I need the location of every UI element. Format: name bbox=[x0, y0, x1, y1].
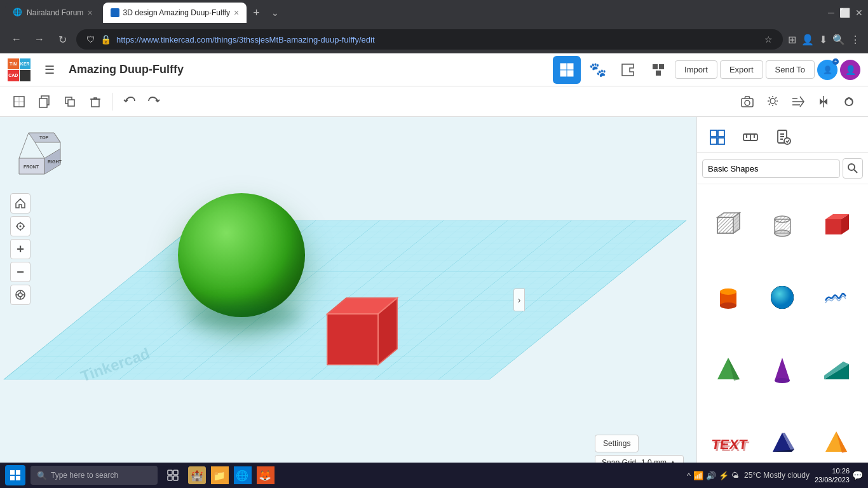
shape-text-3d[interactable] bbox=[810, 262, 863, 333]
taskbar-game-app[interactable]: 🏰 bbox=[188, 466, 206, 484]
browser-menu-icon[interactable]: ⋮ bbox=[850, 34, 860, 46]
green-sphere[interactable] bbox=[178, 193, 305, 317]
task-view-button[interactable] bbox=[163, 465, 183, 485]
svg-text:FRONT: FRONT bbox=[24, 165, 39, 169]
svg-text:🌐: 🌐 bbox=[236, 470, 248, 482]
url-text[interactable]: https://www.tinkercad.com/things/3thssje… bbox=[116, 35, 759, 44]
light-button[interactable] bbox=[761, 90, 784, 113]
tab-nairaland[interactable]: 🌐 Nairaland Forum × bbox=[5, 3, 100, 23]
svg-line-23 bbox=[19, 133, 29, 158]
send-to-button[interactable]: Send To bbox=[766, 60, 815, 79]
weather-icon: 🌤 bbox=[731, 471, 739, 480]
redo-button[interactable] bbox=[143, 90, 166, 113]
svg-rect-6 bbox=[656, 71, 661, 76]
battery-icon[interactable]: ⚡ bbox=[719, 471, 729, 480]
shield-icon: 🛡 bbox=[86, 34, 95, 44]
forward-button[interactable]: → bbox=[31, 30, 48, 48]
svg-rect-80 bbox=[10, 470, 15, 475]
svg-point-14 bbox=[745, 100, 750, 105]
shape-pyramid-green[interactable] bbox=[702, 334, 755, 405]
pattern-button[interactable] bbox=[614, 56, 642, 84]
shapes-search-button[interactable] bbox=[843, 158, 863, 179]
zoom-icon[interactable]: 🔍 bbox=[832, 34, 845, 46]
tray-arrow-icon[interactable]: ^ bbox=[687, 471, 691, 480]
svg-text:🏰: 🏰 bbox=[191, 470, 203, 482]
app-header: TIN KER CAD ☰ Amazing Duup-Fulffy 🐾 Impo… bbox=[0, 53, 868, 86]
collapse-panel-button[interactable]: › bbox=[513, 288, 525, 311]
svg-text:🦊: 🦊 bbox=[259, 470, 271, 482]
svg-marker-51 bbox=[717, 217, 733, 233]
url-box[interactable]: 🛡 🔒 https://www.tinkercad.com/things/3th… bbox=[76, 29, 783, 50]
toolbar-right bbox=[736, 90, 860, 113]
viewport[interactable]: TOP FRONT RIGHT + − bbox=[0, 117, 696, 483]
svg-point-66 bbox=[771, 286, 794, 309]
grid-view-button[interactable] bbox=[553, 56, 581, 84]
tab-close-tinkercad[interactable]: × bbox=[234, 8, 239, 18]
tab-title-nairaland: Nairaland Forum bbox=[27, 8, 83, 17]
delete-button[interactable] bbox=[84, 90, 107, 113]
blocks-button[interactable] bbox=[644, 56, 672, 84]
mirror-button[interactable] bbox=[812, 90, 835, 113]
community-button[interactable]: 🐾 bbox=[583, 56, 611, 84]
maximize-button[interactable]: ⬜ bbox=[839, 8, 850, 18]
svg-rect-4 bbox=[653, 64, 658, 69]
red-cube[interactable] bbox=[324, 288, 407, 380]
taskbar-search-input[interactable] bbox=[51, 471, 146, 480]
tab-notes[interactable] bbox=[768, 122, 799, 152]
svg-rect-3 bbox=[567, 71, 573, 76]
shape-cylinder-hole[interactable] bbox=[756, 189, 809, 261]
app-menu-button[interactable]: ☰ bbox=[38, 58, 61, 81]
tab-grid-view[interactable] bbox=[702, 122, 733, 152]
tab-title-tinkercad: 3D design Amazing Duup-Fulffy bbox=[123, 8, 231, 17]
notification-icon[interactable]: 💬 bbox=[852, 470, 863, 480]
clock[interactable]: 10:26 23/08/2023 bbox=[815, 466, 850, 485]
tab-close-nairaland[interactable]: × bbox=[87, 8, 92, 18]
undo-button[interactable] bbox=[118, 90, 140, 113]
tab-ruler[interactable] bbox=[735, 122, 766, 152]
minimize-button[interactable]: ─ bbox=[828, 8, 834, 18]
taskbar-folder-app[interactable]: 📁 bbox=[211, 466, 229, 484]
toolbar-separator-1 bbox=[112, 93, 112, 111]
refresh-button[interactable]: ↻ bbox=[53, 30, 71, 48]
shape-box-solid[interactable] bbox=[810, 189, 863, 261]
shape-wedge-teal[interactable] bbox=[810, 334, 863, 405]
duplicate-button[interactable] bbox=[58, 90, 81, 113]
tab-overflow-button[interactable]: ⌄ bbox=[266, 8, 284, 18]
shape-sphere-solid[interactable]: sphere bbox=[756, 262, 809, 333]
svg-rect-44 bbox=[718, 138, 724, 144]
export-button[interactable]: Export bbox=[720, 60, 763, 79]
profile-icon[interactable]: 👤 bbox=[801, 34, 814, 46]
group-button[interactable] bbox=[837, 90, 860, 113]
taskbar-search-box[interactable]: 🔍 bbox=[31, 466, 158, 485]
extensions-icon[interactable]: ⊞ bbox=[788, 34, 796, 46]
add-user-icon[interactable]: 👤+ bbox=[817, 60, 837, 80]
new-tab-button[interactable]: + bbox=[249, 6, 264, 20]
import-button[interactable]: Import bbox=[675, 60, 717, 79]
cone-purple-icon bbox=[764, 351, 802, 389]
align-button[interactable] bbox=[787, 90, 810, 113]
close-window-button[interactable]: ✕ bbox=[855, 8, 863, 18]
tab-tinkercad[interactable]: 3D design Amazing Duup-Fulffy × bbox=[103, 3, 247, 23]
start-button[interactable] bbox=[5, 465, 25, 485]
back-button[interactable]: ← bbox=[8, 30, 25, 48]
copy-button[interactable] bbox=[33, 90, 56, 113]
taskbar-edge-app[interactable]: 🌐 bbox=[234, 466, 252, 484]
user-avatar[interactable]: 👤 bbox=[840, 60, 860, 80]
network-icon[interactable]: 📶 bbox=[693, 471, 703, 480]
settings-button[interactable]: Settings bbox=[595, 435, 639, 452]
shapes-category-select[interactable]: Basic Shapes bbox=[702, 159, 840, 178]
view-cube[interactable]: TOP FRONT RIGHT bbox=[13, 130, 70, 186]
shape-cylinder-solid[interactable] bbox=[702, 262, 755, 333]
svg-rect-1 bbox=[567, 64, 573, 69]
browser-tab-bar: 🌐 Nairaland Forum × 3D design Amazing Du… bbox=[0, 0, 868, 25]
svg-point-70 bbox=[775, 378, 790, 383]
camera-button[interactable] bbox=[736, 90, 759, 113]
logo-ker: KER bbox=[20, 58, 31, 70]
taskbar-firefox-app[interactable]: 🦊 bbox=[257, 466, 275, 484]
download-icon[interactable]: ⬇ bbox=[819, 34, 827, 46]
volume-icon[interactable]: 🔊 bbox=[706, 471, 716, 480]
taskbar-system-tray: ^ 📶 🔊 ⚡ 🌤 25°C Mostly cloudy 10:26 23/08… bbox=[687, 466, 863, 485]
shape-cone-purple[interactable] bbox=[756, 334, 809, 405]
new-design-button[interactable] bbox=[8, 90, 31, 113]
shape-box-hole[interactable] bbox=[702, 189, 755, 261]
